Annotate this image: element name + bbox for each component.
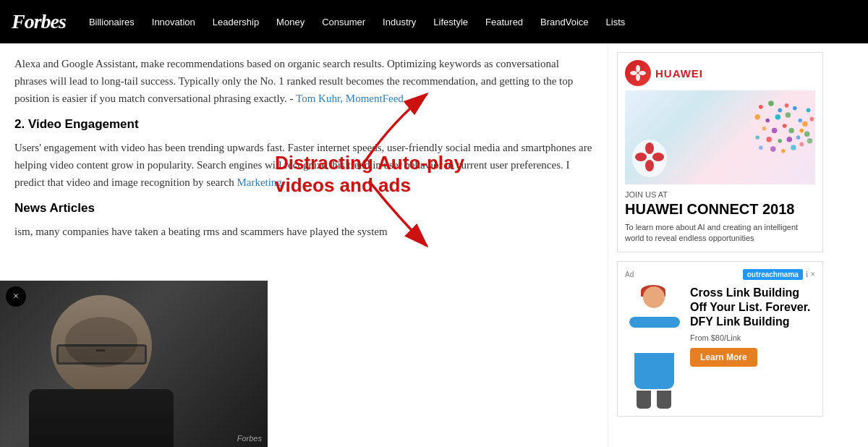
svg-point-5 bbox=[639, 71, 646, 75]
svg-point-11 bbox=[775, 114, 781, 120]
svg-point-6 bbox=[759, 105, 763, 109]
outreach-ad-header: Ad outreachmama i × bbox=[625, 269, 815, 280]
svg-point-39 bbox=[652, 153, 664, 161]
video-watermark: Forbes bbox=[237, 434, 262, 443]
mascot-legs bbox=[637, 391, 671, 409]
svg-point-30 bbox=[759, 145, 763, 150]
huawei-icon bbox=[625, 60, 651, 86]
outreach-brand-logo: outreachmama bbox=[743, 269, 803, 280]
outreachmama-ad[interactable]: Ad outreachmama i × ! bbox=[617, 261, 823, 417]
person-head bbox=[51, 295, 152, 396]
svg-point-2 bbox=[636, 65, 640, 72]
outreach-ad-close[interactable]: i × bbox=[806, 269, 815, 280]
outreach-headline: Cross Link Building Off Your List. Forev… bbox=[690, 286, 815, 329]
ad-label: Ad bbox=[625, 271, 634, 278]
svg-point-38 bbox=[635, 153, 647, 161]
author-link[interactable]: Tom Kuhr, MomentFeed bbox=[296, 93, 404, 104]
person-glasses bbox=[56, 344, 147, 365]
svg-point-7 bbox=[768, 101, 774, 106]
svg-point-18 bbox=[788, 128, 794, 134]
svg-point-3 bbox=[636, 74, 640, 81]
svg-point-4 bbox=[630, 71, 637, 75]
huawei-logo-row: HUAWEI bbox=[625, 60, 815, 86]
main-navigation: Forbes Billionaires Innovation Leadershi… bbox=[0, 0, 868, 43]
huawei-center-logo bbox=[635, 142, 664, 171]
section-2-heading: 2. Video Engagement bbox=[14, 117, 593, 132]
huawei-ad-title: HUAWEI CONNECT 2018 bbox=[625, 200, 815, 218]
svg-point-23 bbox=[778, 139, 782, 143]
mascot-leg-left bbox=[637, 391, 651, 409]
svg-point-21 bbox=[755, 135, 760, 140]
video-frame: Forbes bbox=[0, 281, 268, 447]
svg-point-25 bbox=[796, 135, 801, 140]
svg-point-35 bbox=[807, 138, 813, 144]
svg-point-17 bbox=[783, 124, 787, 128]
page-body: Alexa and Google Assistant, make recomme… bbox=[0, 43, 868, 447]
outreach-logo-area: outreachmama i × bbox=[743, 269, 815, 280]
svg-point-28 bbox=[809, 117, 814, 122]
marketing-link[interactable]: Marketing bbox=[237, 176, 281, 188]
svg-point-13 bbox=[786, 112, 791, 118]
outreach-mascot: ! bbox=[625, 286, 683, 409]
svg-point-36 bbox=[645, 142, 654, 154]
svg-point-37 bbox=[645, 160, 654, 171]
huawei-ad-description: To learn more about AI and creating an i… bbox=[625, 222, 815, 244]
huawei-text-logo: HUAWEI bbox=[655, 67, 703, 80]
huawei-graphic bbox=[625, 90, 815, 184]
section-3-heading: News Articles bbox=[14, 201, 593, 216]
video-player[interactable]: × Forbes bbox=[0, 281, 268, 447]
mascot-head bbox=[643, 286, 665, 308]
mascot-figure: ! bbox=[625, 286, 683, 409]
nav-leadership[interactable]: Leadership bbox=[204, 17, 268, 27]
huawei-flower-icon bbox=[630, 65, 646, 81]
nav-money[interactable]: Money bbox=[268, 17, 313, 27]
svg-point-19 bbox=[799, 119, 803, 123]
svg-point-22 bbox=[766, 137, 772, 142]
video-close-button[interactable]: × bbox=[6, 286, 26, 307]
outreach-ad-content: ! Cross L bbox=[625, 286, 815, 409]
svg-point-12 bbox=[785, 103, 789, 108]
nav-innovation[interactable]: Innovation bbox=[143, 17, 204, 27]
outreach-price: From $80/Link bbox=[690, 333, 815, 342]
svg-point-34 bbox=[799, 142, 804, 147]
article-paragraph-3: ism, many companies have taken a beating… bbox=[14, 223, 593, 240]
svg-point-14 bbox=[793, 106, 797, 111]
nav-featured[interactable]: Featured bbox=[477, 17, 532, 27]
mascot-body-container bbox=[634, 302, 674, 389]
svg-point-32 bbox=[781, 149, 786, 153]
svg-point-15 bbox=[762, 127, 767, 131]
svg-point-8 bbox=[778, 108, 782, 113]
sidebar: HUAWEI bbox=[608, 43, 832, 447]
forbes-logo[interactable]: Forbes bbox=[12, 10, 66, 33]
svg-point-26 bbox=[802, 121, 808, 127]
svg-point-20 bbox=[799, 129, 804, 133]
mascot-arms bbox=[629, 317, 680, 328]
mascot-leg-right bbox=[657, 391, 671, 409]
huawei-join-text: JOIN US AT bbox=[625, 190, 815, 199]
nav-consumer[interactable]: Consumer bbox=[313, 17, 374, 27]
nav-billionaires[interactable]: Billionaires bbox=[80, 17, 143, 27]
mascot-lower-body bbox=[634, 353, 674, 389]
nav-links-list: Billionaires Innovation Leadership Money… bbox=[80, 15, 856, 28]
svg-point-31 bbox=[770, 146, 776, 152]
svg-point-16 bbox=[772, 128, 778, 134]
outreach-cta-button[interactable]: Learn More bbox=[690, 348, 757, 367]
person-body bbox=[29, 389, 174, 447]
svg-point-9 bbox=[754, 114, 760, 120]
person-silhouette bbox=[14, 288, 246, 447]
svg-point-24 bbox=[787, 137, 793, 142]
huawei-ad[interactable]: HUAWEI bbox=[617, 52, 823, 252]
article-paragraph-1: Alexa and Google Assistant, make recomme… bbox=[14, 55, 593, 107]
nav-brandvoice[interactable]: BrandVoice bbox=[532, 17, 597, 27]
nav-lists[interactable]: Lists bbox=[597, 17, 634, 27]
outreach-ad-text: Cross Link Building Off Your List. Forev… bbox=[690, 286, 815, 367]
svg-point-29 bbox=[804, 132, 810, 137]
article-area: Alexa and Google Assistant, make recomme… bbox=[0, 43, 608, 447]
nav-industry[interactable]: Industry bbox=[374, 17, 425, 27]
svg-point-27 bbox=[807, 108, 811, 113]
nav-lifestyle[interactable]: Lifestyle bbox=[425, 17, 477, 27]
svg-point-10 bbox=[765, 119, 770, 123]
article-paragraph-2: Users' engagement with video has been tr… bbox=[14, 139, 593, 191]
svg-point-33 bbox=[791, 145, 796, 150]
